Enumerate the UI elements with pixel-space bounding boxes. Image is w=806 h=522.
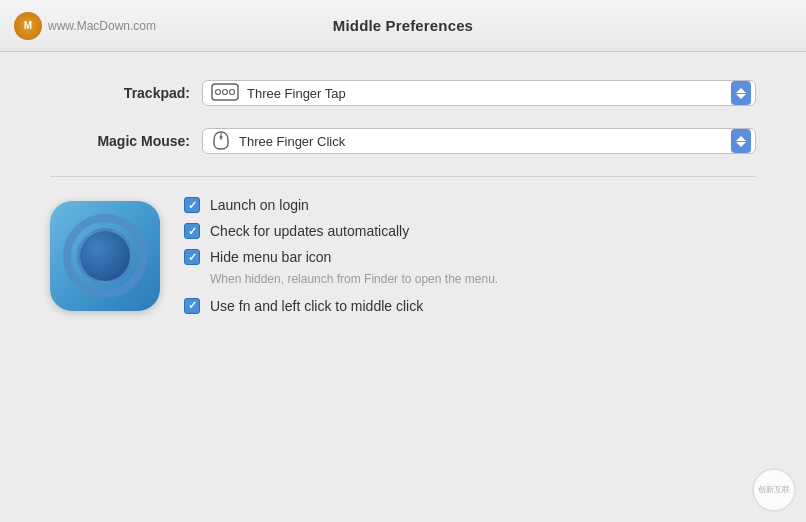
checkmark-icon: ✓ [188,300,197,311]
section-divider [50,176,756,177]
trackpad-value: Three Finger Tap [247,86,731,101]
trackpad-icon [211,83,239,104]
chevron-down-icon [736,142,746,147]
app-icon-ring-inner [77,228,133,284]
checkbox-row-fn-click: ✓ Use fn and left click to middle click [184,298,756,314]
fn-left-click-label: Use fn and left click to middle click [210,298,423,314]
chevron-up-icon [736,136,746,141]
fn-left-click-checkbox[interactable]: ✓ [184,298,200,314]
preferences-content: Trackpad: Three Finger Tap Magic Mouse: [0,52,806,334]
chevron-up-icon [736,88,746,93]
magic-mouse-chevron-button[interactable] [731,129,751,153]
trackpad-label: Trackpad: [50,85,190,101]
macdown-logo-icon: M [14,12,42,40]
chevron-down-icon [736,94,746,99]
checkbox-row-updates: ✓ Check for updates automatically [184,223,756,239]
macdown-logo: M www.MacDown.com [14,12,156,40]
checkbox-row-launch: ✓ Launch on login [184,197,756,213]
checkmark-icon: ✓ [188,200,197,211]
badge-text: 创新互联 [758,485,790,495]
checkmark-icon: ✓ [188,226,197,237]
launch-login-label: Launch on login [210,197,309,213]
bottom-section: ✓ Launch on login ✓ Check for updates au… [50,197,756,314]
check-updates-checkbox[interactable]: ✓ [184,223,200,239]
launch-login-checkbox[interactable]: ✓ [184,197,200,213]
svg-point-3 [230,89,235,94]
trackpad-row: Trackpad: Three Finger Tap [50,80,756,106]
checkbox-row-hide-menu: ✓ Hide menu bar icon [184,249,756,265]
titlebar: M www.MacDown.com Middle Preferences [0,0,806,52]
magic-mouse-label: Magic Mouse: [50,133,190,149]
chuangxin-badge: 创新互联 [752,468,796,512]
macdown-logo-text: www.MacDown.com [48,19,156,33]
svg-point-2 [223,89,228,94]
svg-point-1 [216,89,221,94]
app-icon [50,201,160,311]
magic-mouse-select[interactable]: Three Finger Click [202,128,756,154]
magic-mouse-icon [211,130,231,153]
hide-menu-bar-checkbox[interactable]: ✓ [184,249,200,265]
magic-mouse-row: Magic Mouse: Three Finger Click [50,128,756,154]
trackpad-select[interactable]: Three Finger Tap [202,80,756,106]
hide-menu-bar-label: Hide menu bar icon [210,249,331,265]
check-updates-label: Check for updates automatically [210,223,409,239]
app-icon-ring-outer [63,214,147,298]
trackpad-chevron-button[interactable] [731,81,751,105]
svg-point-5 [220,135,223,138]
magic-mouse-value: Three Finger Click [239,134,731,149]
app-icon-background [50,201,160,311]
hide-menu-bar-hint: When hidden, relaunch from Finder to ope… [210,271,756,288]
checkmark-icon: ✓ [188,252,197,263]
checkboxes-container: ✓ Launch on login ✓ Check for updates au… [184,197,756,314]
window-title: Middle Preferences [333,17,473,34]
bottom-badge-right: 创新互联 [752,468,796,512]
